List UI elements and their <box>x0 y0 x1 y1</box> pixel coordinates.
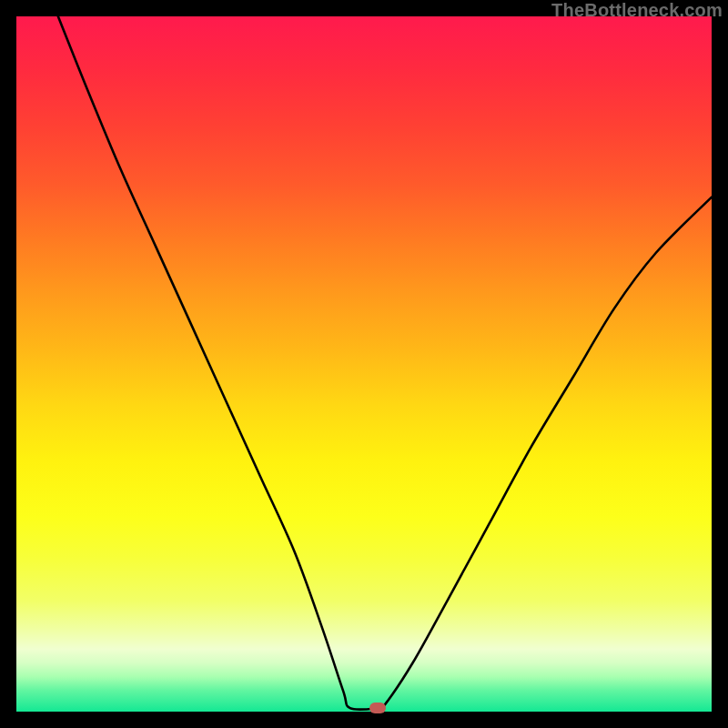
bottleneck-curve <box>16 16 712 712</box>
plot-area <box>16 16 712 712</box>
watermark-text: TheBottleneck.com <box>551 0 723 21</box>
chart-container: TheBottleneck.com <box>0 0 728 728</box>
bottleneck-marker <box>369 703 386 713</box>
